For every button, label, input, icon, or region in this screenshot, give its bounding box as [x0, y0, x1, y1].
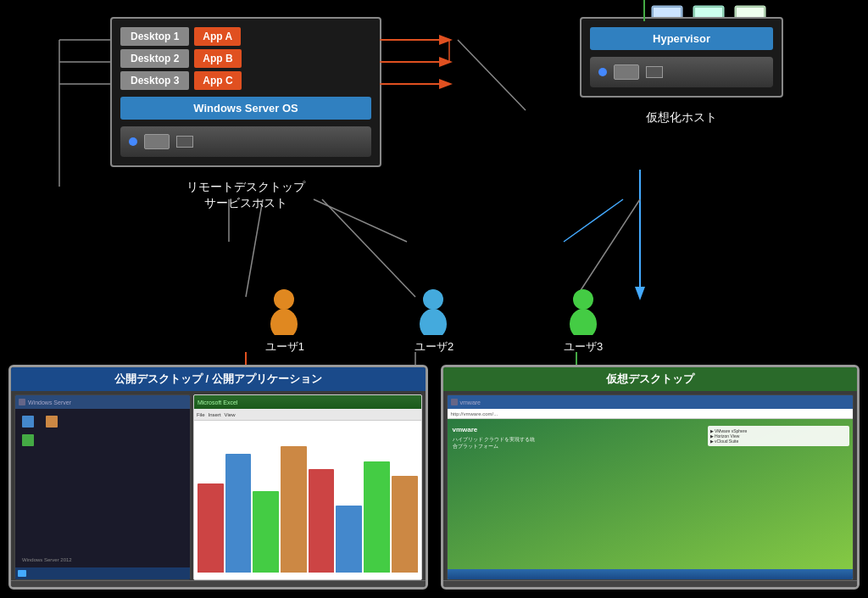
desktop-row-1: Desktop 1 App A — [120, 27, 371, 46]
windows-taskbar — [15, 567, 190, 579]
windows-titlebar: Windows Server — [15, 395, 190, 409]
user-1-label: ユーザ1 — [265, 339, 304, 355]
vmware-content: vmware ハイブリッド クラウドを実現する統合プラットフォーム ▶ VMwa… — [448, 419, 854, 579]
hw-led — [129, 137, 137, 146]
user-3: ユーザ3 — [564, 288, 603, 355]
user-1-avatar — [265, 288, 303, 335]
vmware-tagline: ハイブリッド クラウドを実現する統合プラットフォーム — [453, 436, 536, 450]
virt-host-box: Hypervisor 仮想化ホスト — [580, 17, 783, 98]
desktop-rows: Desktop 1 App A Desktop 2 App B Desktop … — [120, 27, 371, 90]
desktop-icon-2 — [46, 416, 58, 428]
ribbon-item-1: File — [197, 412, 205, 417]
app-a-label: App A — [194, 27, 241, 46]
excel-chart — [194, 421, 421, 579]
virt-hardware — [590, 57, 773, 87]
svg-line-3 — [458, 40, 526, 110]
virt-hw-disk — [614, 64, 639, 80]
virtual-desktop-content: vmware http://vmware.com/... vmware ハイブリ… — [443, 391, 858, 584]
rds-host-label: リモートデスクトップ サービスホスト — [186, 179, 305, 212]
user-3-label: ユーザ3 — [564, 339, 603, 355]
win7-taskbar — [448, 569, 854, 579]
browser-bar: http://vmware.com/... — [448, 409, 854, 419]
start-button — [18, 570, 26, 577]
bottom-section: 公開デスクトップ / 公開アプリケーション Windows Server — [8, 365, 860, 590]
excel-titlebar: Microsoft Excel — [194, 395, 421, 409]
chart-bar-7 — [364, 461, 390, 573]
chart-bar-3 — [253, 491, 279, 573]
virtual-desktop-header: 仮想デスクトップ — [443, 367, 858, 391]
hw-port — [176, 136, 193, 148]
svg-line-6 — [246, 199, 263, 297]
chart-bar-2 — [225, 454, 252, 573]
virt-hw-port — [646, 66, 663, 78]
diagram-container: Desktop 1 App A Desktop 2 App B Desktop … — [0, 0, 868, 598]
desktop-row-2: Desktop 2 App B — [120, 49, 371, 68]
win7-browser: http://vmware.com/... vmware ハイブリッド クラウド… — [448, 409, 854, 579]
browser-url: http://vmware.com/... — [451, 411, 498, 416]
svg-point-31 — [573, 289, 593, 310]
app-c-label: App C — [194, 71, 241, 90]
desktop-icon-3 — [22, 434, 34, 446]
win-title: Windows Server — [28, 400, 186, 405]
user-2-label: ユーザ2 — [415, 339, 453, 355]
svg-point-27 — [274, 289, 294, 310]
user-2: ユーザ2 — [415, 288, 453, 355]
win7-icon — [451, 399, 458, 405]
win-icon — [19, 399, 25, 405]
hw-disk — [144, 134, 170, 149]
screen-bottom-bar-right — [443, 580, 858, 587]
excel-mock: Microsoft Excel File Insert View — [193, 394, 422, 580]
ribbon-item-3: View — [225, 412, 236, 417]
user-3-avatar — [565, 288, 603, 335]
chart-bar-1 — [198, 483, 224, 573]
svg-point-32 — [570, 309, 597, 335]
svg-line-39 — [564, 199, 623, 242]
chart-bar-4 — [281, 446, 307, 573]
hypervisor-label: Hypervisor — [590, 27, 773, 50]
desktop-2-label: Desktop 2 — [120, 49, 189, 68]
vmware-logo-text: vmware — [453, 426, 478, 433]
virtual-desktop-screen: 仮想デスクトップ vmware http://vmware.com/... — [441, 365, 860, 590]
svg-line-38 — [314, 199, 407, 242]
win7-titlebar: vmware — [448, 395, 854, 409]
windows-server-os: Windows Server OS — [120, 97, 371, 120]
excel-title: Microsoft Excel — [198, 400, 418, 405]
desktop-3-label: Desktop 3 — [120, 71, 189, 90]
windows-server-mock: Windows Server Windows Server 2012 — [14, 394, 191, 580]
desktop-1-label: Desktop 1 — [120, 27, 189, 46]
svg-line-7 — [322, 199, 415, 297]
published-desktop-screen: 公開デスクトップ / 公開アプリケーション Windows Server — [8, 365, 428, 590]
screen-bottom-bar-left — [11, 580, 426, 587]
svg-point-29 — [423, 289, 443, 310]
chart-bar-5 — [309, 469, 335, 573]
svg-line-8 — [576, 199, 640, 297]
published-desktop-header: 公開デスクトップ / 公開アプリケーション — [11, 367, 426, 391]
virt-host-label: 仮想化ホスト — [646, 110, 717, 126]
rds-host-box: Desktop 1 App A Desktop 2 App B Desktop … — [110, 17, 381, 167]
excel-ribbon: File Insert View — [194, 409, 421, 421]
app-b-label: App B — [194, 49, 241, 68]
desktop-icons — [19, 412, 186, 450]
svg-point-28 — [270, 309, 298, 335]
windows-version-label: Windows Server 2012 — [22, 557, 72, 562]
ribbon-item-2: Insert — [209, 412, 221, 417]
users-section: ユーザ1 ユーザ2 ユーザ3 — [0, 288, 868, 355]
desktop-icon-1 — [22, 416, 34, 428]
win7-title: vmware — [460, 400, 850, 405]
chart-bar-8 — [392, 476, 418, 573]
svg-point-30 — [420, 309, 447, 335]
user-2-avatar — [415, 288, 453, 335]
panel-item-3: ▶ vCloud Suite — [710, 439, 847, 444]
chart-bar-6 — [336, 506, 362, 573]
windows-desktop: Windows Server 2012 — [15, 409, 190, 579]
vmware-panel: ▶ VMware vSphere ▶ Horizon View ▶ vCloud… — [708, 426, 849, 446]
user-1: ユーザ1 — [265, 288, 304, 355]
desktop-row-3: Desktop 3 App C — [120, 71, 371, 90]
published-desktop-content: Windows Server Windows Server 2012 — [11, 391, 426, 584]
virt-hw-led — [598, 68, 607, 76]
win7-desktop-mock: vmware http://vmware.com/... vmware ハイブリ… — [447, 394, 854, 580]
rds-hardware — [120, 126, 371, 157]
